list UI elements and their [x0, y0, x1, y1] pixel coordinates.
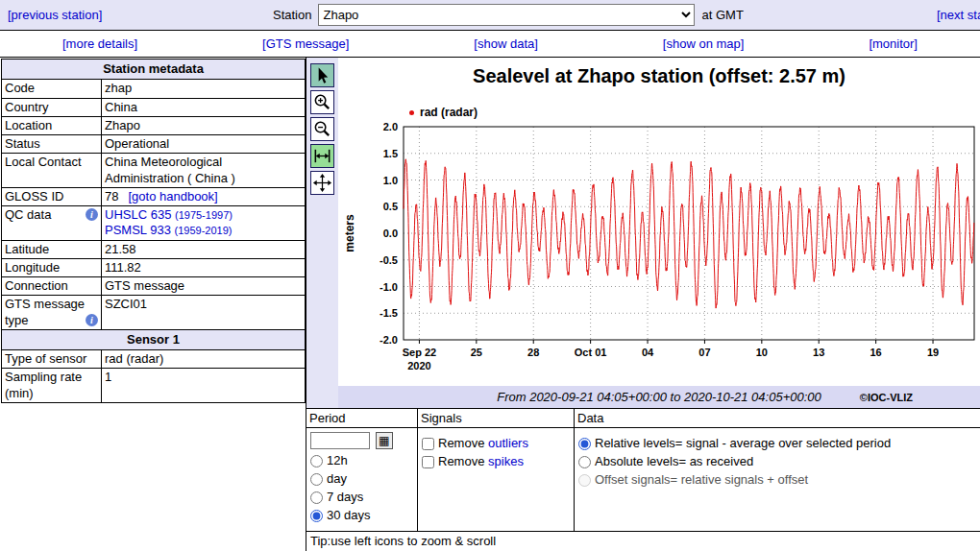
- row-value-text: rad (radar): [105, 351, 163, 366]
- x-tick-label: Sep 22: [403, 347, 436, 358]
- info-icon[interactable]: i: [86, 314, 98, 326]
- data-option: Relative levels= signal - average over s…: [578, 436, 976, 450]
- row-label-text: Type of sensor: [5, 351, 86, 366]
- nav-link[interactable]: [GTS message]: [262, 36, 349, 51]
- period-column: Period ▦ 12hday7 days30 days: [306, 409, 418, 531]
- legend-marker-icon: [409, 110, 414, 115]
- row-value: China Meteorological Administration ( Ch…: [102, 154, 306, 188]
- period-date-input[interactable]: [310, 432, 370, 449]
- row-value-text: SZCI01: [105, 297, 147, 311]
- calendar-icon[interactable]: ▦: [376, 432, 393, 449]
- nav-link[interactable]: [show on map]: [663, 36, 745, 51]
- period-radio-7-days[interactable]: [310, 491, 323, 504]
- sealevel-chart[interactable]: 2.01.51.00.50.0-0.5-1.0-1.5-2.0Sep 22202…: [338, 121, 980, 383]
- x-tick-label: 19: [927, 347, 939, 358]
- data-options: Relative levels= signal - average over s…: [575, 428, 980, 494]
- signals-options: Remove outliersRemove spikes: [418, 428, 574, 476]
- period-option-label: day: [327, 471, 347, 486]
- row-label-text: Country: [5, 100, 49, 114]
- handbook-link[interactable]: [goto handbook]: [128, 189, 217, 204]
- table-row: Sampling rate (min)1: [2, 369, 306, 403]
- period-option: 12h: [310, 453, 413, 467]
- row-value: GTS message: [102, 277, 306, 296]
- row-label: Location: [2, 116, 102, 134]
- qc-dataset-range: (1975-1997): [175, 209, 233, 221]
- row-label-text: GLOSS ID: [5, 189, 63, 204]
- zoom-in-tool[interactable]: [310, 90, 334, 114]
- row-value-text: GTS message: [105, 278, 184, 293]
- table-row: CountryChina: [2, 98, 306, 116]
- table-row: ConnectionGTS message: [2, 277, 306, 296]
- nav-link[interactable]: [monitor]: [869, 36, 918, 51]
- row-label-text: Latitude: [5, 242, 49, 256]
- metadata-header: Station metadata: [2, 60, 306, 80]
- row-label: Status: [2, 135, 102, 154]
- x-tick-label: 16: [870, 347, 882, 358]
- x-tick-year: 2020: [407, 360, 430, 371]
- row-label: Longitude: [2, 258, 102, 276]
- zoom-out-icon: [312, 119, 332, 139]
- nav-link[interactable]: [show data]: [474, 36, 538, 51]
- pointer-tool[interactable]: [310, 63, 334, 87]
- table-row: GLOSS ID78[goto handbook]: [2, 187, 306, 205]
- pan-tool[interactable]: [310, 171, 334, 195]
- row-label-text: Location: [5, 118, 52, 132]
- data-mode-radio-2[interactable]: [578, 474, 591, 487]
- data-option: Offset signals= relative signals + offse…: [578, 472, 976, 487]
- legend-series-label: rad (radar): [420, 106, 478, 119]
- signal-option-link[interactable]: spikes: [488, 454, 524, 468]
- period-radio-12h[interactable]: [310, 455, 323, 467]
- table-row: Local ContactChina Meteorological Admini…: [2, 154, 306, 188]
- row-label-text: Sampling rate (min): [5, 370, 82, 399]
- signal-option-link[interactable]: outliers: [488, 436, 528, 450]
- row-label: Code: [2, 80, 102, 98]
- zoom-x-tool[interactable]: [310, 144, 334, 168]
- row-value: zhap: [102, 80, 306, 98]
- row-label: GLOSS ID: [2, 187, 102, 205]
- period-option: day: [310, 471, 413, 486]
- info-icon[interactable]: i: [86, 208, 98, 221]
- chart-date-range: From 2020-09-21 04:05+00:00 to 2020-10-2…: [497, 390, 821, 404]
- data-header: Data: [575, 409, 980, 428]
- y-tick-label: -0.5: [380, 254, 398, 266]
- period-header: Period: [306, 409, 417, 428]
- signals-header: Signals: [418, 409, 574, 428]
- previous-station-link[interactable]: [previous station]: [8, 8, 102, 22]
- y-tick-label: -1.0: [380, 281, 398, 293]
- x-tick-label: 04: [642, 347, 654, 358]
- station-selector-group: Station Zhapo at GMT: [273, 4, 744, 26]
- table-row: StatusOperational: [2, 135, 306, 154]
- qc-dataset-link[interactable]: PSMSL 933 (1959-2019): [105, 223, 232, 237]
- table-row: LocationZhapo: [2, 116, 306, 134]
- remove-spikes-checkbox[interactable]: [422, 456, 434, 468]
- row-value-text: China Meteorological Administration ( Ch…: [105, 155, 235, 184]
- data-option-label: Offset signals= relative signals + offse…: [595, 472, 808, 487]
- row-value: Operational: [102, 135, 306, 154]
- period-radio-day[interactable]: [310, 473, 323, 486]
- period-option: 7 days: [310, 490, 413, 504]
- nav-link[interactable]: [more details]: [62, 36, 137, 51]
- row-value: SZCI01: [102, 296, 306, 330]
- period-option-label: 7 days: [327, 490, 363, 504]
- tip-bar: Tip:use left icons to zoom & scroll: [306, 531, 980, 551]
- row-label-text: Code: [5, 81, 35, 95]
- x-tick-label: 07: [698, 347, 710, 358]
- qc-dataset-link[interactable]: UHSLC 635 (1975-1997): [105, 207, 233, 222]
- data-mode-radio-1[interactable]: [578, 456, 591, 468]
- data-column: Data Relative levels= signal - average o…: [575, 409, 980, 531]
- table-row: QC dataiUHSLC 635 (1975-1997)PSMSL 933 (…: [2, 206, 306, 241]
- row-label-text: GTS message type: [5, 297, 85, 326]
- table-row: Codezhap: [2, 80, 306, 98]
- period-option: 30 days: [310, 508, 413, 522]
- zoom-out-tool[interactable]: [310, 117, 334, 141]
- signal-option: Remove spikes: [422, 454, 570, 468]
- table-row: Longitude111.82: [2, 258, 306, 276]
- main-area: Station metadataCodezhapCountryChinaLoca…: [0, 58, 980, 551]
- signal-option-label: Remove: [438, 436, 488, 450]
- table-row: Type of sensorrad (radar): [2, 350, 306, 369]
- period-radio-30-days[interactable]: [310, 510, 323, 522]
- data-mode-radio-0[interactable]: [578, 438, 591, 450]
- station-select[interactable]: Zhapo: [318, 4, 695, 26]
- next-station-link[interactable]: [next station]: [937, 8, 980, 22]
- remove-outliers-checkbox[interactable]: [422, 438, 434, 450]
